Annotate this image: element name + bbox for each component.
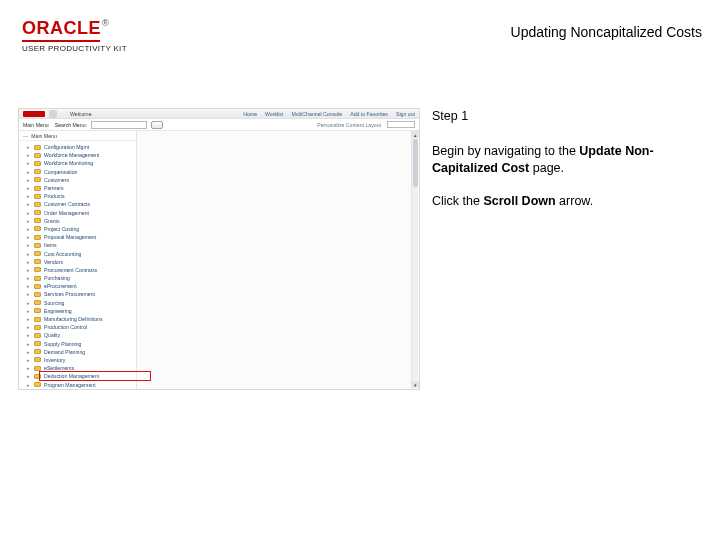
expand-icon[interactable]: ▸: [25, 349, 31, 355]
tree-item[interactable]: ▸Cost Accounting: [19, 249, 136, 257]
tree-item[interactable]: ▸Services Procurement: [19, 290, 136, 298]
expand-icon[interactable]: ▸: [25, 291, 31, 297]
tree-item[interactable]: ▸Items: [19, 241, 136, 249]
tree-item[interactable]: ▸Engineering: [19, 307, 136, 315]
link-signout[interactable]: Sign out: [396, 111, 415, 117]
tree-item[interactable]: ▸Program Management: [19, 380, 136, 388]
subbar-right: Personalize Content Layout: [317, 121, 415, 128]
collapse-icon[interactable]: —: [23, 133, 28, 139]
tree-item[interactable]: ▸Demand Planning: [19, 348, 136, 356]
tree-header: — Main Menu: [19, 131, 136, 141]
tree-item-label: Products: [44, 193, 64, 199]
folder-icon: [34, 349, 41, 354]
personalize-link[interactable]: Personalize Content Layout: [317, 122, 381, 128]
tree-item[interactable]: ▸eSettlements: [19, 364, 136, 372]
folder-icon: [34, 325, 41, 330]
link-worklist[interactable]: Worklist: [265, 111, 283, 117]
expand-icon[interactable]: ▸: [25, 316, 31, 322]
expand-icon[interactable]: ▸: [25, 382, 31, 388]
expand-icon[interactable]: ▸: [25, 283, 31, 289]
tree-item[interactable]: ▸Products: [19, 192, 136, 200]
tree-item[interactable]: ▸Manufacturing Definitions: [19, 315, 136, 323]
brand-block: ORACLE® USER PRODUCTIVITY KIT: [22, 18, 127, 53]
expand-icon[interactable]: ▸: [25, 308, 31, 314]
expand-icon[interactable]: ▸: [25, 144, 31, 150]
search-go-button[interactable]: [151, 121, 163, 129]
folder-icon: [34, 276, 41, 281]
tree-item-label: Sourcing: [44, 300, 64, 306]
expand-icon[interactable]: ▸: [25, 332, 31, 338]
expand-icon[interactable]: ▸: [25, 373, 31, 379]
tree-item[interactable]: ▸Quality: [19, 331, 136, 339]
tree-item[interactable]: ▸Partners: [19, 184, 136, 192]
expand-icon[interactable]: ▸: [25, 365, 31, 371]
scroll-up-arrow[interactable]: ▴: [412, 131, 419, 138]
instruction-panel: Step 1 Begin by navigating to the Update…: [432, 108, 702, 522]
expand-icon[interactable]: ▸: [25, 177, 31, 183]
instruction-para-1: Begin by navigating to the Update Non-Ca…: [432, 143, 702, 177]
tree-scrollbar[interactable]: ▴ ▾: [411, 131, 418, 388]
tree-item[interactable]: ▸eProcurement: [19, 282, 136, 290]
link-mcc[interactable]: MultiChannel Console: [291, 111, 342, 117]
tree-item[interactable]: ▸Inventory: [19, 356, 136, 364]
expand-icon[interactable]: ▸: [25, 251, 31, 257]
expand-icon[interactable]: ▸: [25, 169, 31, 175]
folder-icon: [34, 374, 41, 379]
tree-item[interactable]: ▸Proposal Management: [19, 233, 136, 241]
tree-item[interactable]: ▸Purchasing: [19, 274, 136, 282]
expand-icon[interactable]: ▸: [25, 259, 31, 265]
folder-icon: [34, 226, 41, 231]
expand-icon[interactable]: ▸: [25, 341, 31, 347]
tree-item[interactable]: ▸Project Costing: [19, 225, 136, 233]
tree-item[interactable]: ▸Grants: [19, 217, 136, 225]
expand-icon[interactable]: ▸: [25, 201, 31, 207]
tree-item[interactable]: ▸Configuration Mgmt: [19, 143, 136, 151]
tree-item[interactable]: ▸Sourcing: [19, 299, 136, 307]
expand-icon[interactable]: ▸: [25, 242, 31, 248]
scroll-down-arrow[interactable]: ▾: [412, 381, 419, 388]
expand-icon[interactable]: ▸: [25, 275, 31, 281]
app-main: — Main Menu ▸Configuration Mgmt▸Workforc…: [19, 131, 419, 389]
expand-icon[interactable]: ▸: [25, 324, 31, 330]
expand-icon[interactable]: ▸: [25, 357, 31, 363]
tree-item[interactable]: ▸Compensation: [19, 168, 136, 176]
layout-select[interactable]: [387, 121, 415, 128]
tree-item[interactable]: ▸Workforce Monitoring: [19, 159, 136, 167]
expand-icon[interactable]: ▸: [25, 210, 31, 216]
tree-item[interactable]: ▸Production Control: [19, 323, 136, 331]
tree-item[interactable]: ▸Deduction Management: [19, 372, 136, 380]
p2-pre: Click the: [432, 194, 483, 208]
search-input[interactable]: [91, 121, 147, 129]
scroll-thumb[interactable]: [413, 139, 418, 187]
expand-icon[interactable]: ▸: [25, 226, 31, 232]
folder-icon: [34, 292, 41, 297]
expand-icon[interactable]: ▸: [25, 300, 31, 306]
expand-icon[interactable]: ▸: [25, 152, 31, 158]
tree-item[interactable]: ▸Procurement Contracts: [19, 266, 136, 274]
tree-item-label: Compensation: [44, 169, 77, 175]
tree-item[interactable]: ▸Workforce Management: [19, 151, 136, 159]
tree-item[interactable]: ▸Supply Planning: [19, 340, 136, 348]
tree-item-label: Manufacturing Definitions: [44, 316, 103, 322]
tree-item-label: Program Management: [44, 382, 96, 388]
tree-item[interactable]: ▸Customers: [19, 176, 136, 184]
expand-icon[interactable]: ▸: [25, 218, 31, 224]
expand-icon[interactable]: ▸: [25, 267, 31, 273]
folder-icon: [34, 259, 41, 264]
folder-icon: [34, 202, 41, 207]
brand-name: ORACLE: [22, 18, 101, 38]
tree-item[interactable]: ▸Order Management: [19, 209, 136, 217]
tree-body: ▸Configuration Mgmt▸Workforce Management…: [19, 141, 136, 389]
tree-item[interactable]: ▸Customer Contracts: [19, 200, 136, 208]
expand-icon[interactable]: ▸: [25, 193, 31, 199]
link-fav[interactable]: Add to Favorites: [350, 111, 388, 117]
brand-underline: [22, 40, 100, 42]
breadcrumb[interactable]: Main Menu: [23, 122, 49, 128]
link-home[interactable]: Home: [243, 111, 257, 117]
expand-icon[interactable]: ▸: [25, 234, 31, 240]
expand-icon[interactable]: ▸: [25, 185, 31, 191]
tree-item[interactable]: ▸Vendors: [19, 258, 136, 266]
p2-post: arrow.: [556, 194, 594, 208]
expand-icon[interactable]: ▸: [25, 160, 31, 166]
app-logo: [23, 111, 45, 117]
